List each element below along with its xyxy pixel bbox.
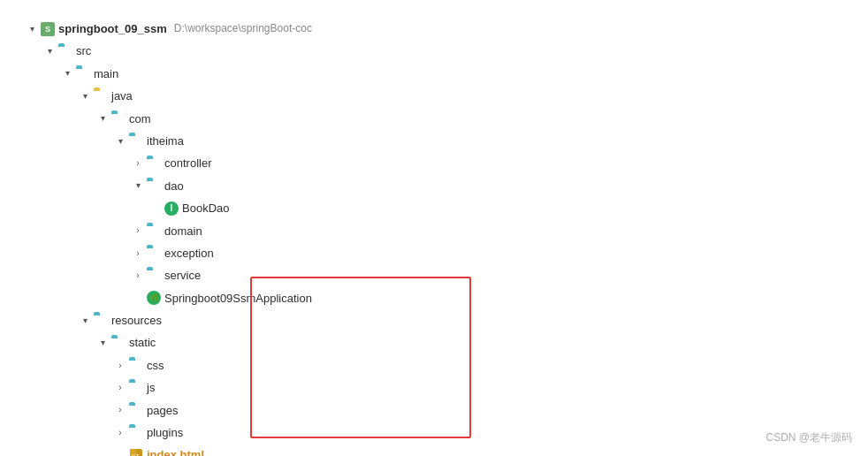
src-folder-icon bbox=[58, 46, 72, 57]
resources-node[interactable]: resources bbox=[80, 309, 841, 331]
root-path: D:\workspace\springBoot-coc bbox=[174, 19, 312, 39]
controller-node[interactable]: controller bbox=[133, 152, 841, 174]
src-arrow bbox=[44, 43, 55, 59]
plugins-node[interactable]: plugins bbox=[115, 422, 841, 444]
controller-arrow bbox=[133, 156, 143, 171]
static-label: static bbox=[129, 332, 156, 353]
springboot-app-icon: 🌿 bbox=[147, 291, 161, 305]
indexhtml-label: index.html bbox=[147, 445, 204, 456]
springboot-app-node[interactable]: 🌿 Springboot09SsmApplication bbox=[133, 287, 841, 309]
com-node[interactable]: com bbox=[97, 108, 841, 130]
exception-label: exception bbox=[164, 243, 214, 263]
main-node[interactable]: main bbox=[62, 63, 841, 85]
service-label: service bbox=[164, 265, 201, 285]
main-folder-icon bbox=[76, 68, 90, 80]
itheima-arrow bbox=[115, 133, 126, 149]
exception-folder-icon bbox=[147, 247, 161, 259]
springboot-app-label: Springboot09SsmApplication bbox=[164, 288, 312, 308]
domain-folder-icon bbox=[147, 225, 161, 237]
js-node[interactable]: js bbox=[115, 376, 841, 399]
resources-arrow bbox=[80, 313, 90, 329]
css-label: css bbox=[147, 355, 164, 376]
bookdao-node[interactable]: I BookDao bbox=[150, 197, 841, 219]
itheima-folder-icon bbox=[129, 135, 143, 147]
static-folder-icon bbox=[111, 338, 126, 349]
pages-folder-icon bbox=[129, 405, 143, 416]
java-label: java bbox=[111, 86, 133, 106]
static-node[interactable]: static bbox=[97, 331, 841, 353]
itheima-node[interactable]: itheima bbox=[115, 130, 841, 152]
pages-label: pages bbox=[147, 400, 178, 421]
bookdao-label: BookDao bbox=[182, 198, 229, 218]
service-folder-icon bbox=[147, 270, 161, 281]
resources-label: resources bbox=[111, 310, 162, 331]
indexhtml-node[interactable]: H T index.html bbox=[115, 444, 841, 456]
bookdao-icon: I bbox=[164, 201, 179, 216]
exception-node[interactable]: exception bbox=[133, 242, 841, 264]
controller-folder-icon bbox=[147, 158, 161, 170]
com-folder-icon bbox=[111, 113, 126, 125]
itheima-label: itheima bbox=[147, 131, 184, 151]
java-folder-icon bbox=[94, 90, 108, 102]
java-node[interactable]: java bbox=[80, 85, 841, 107]
domain-arrow bbox=[133, 223, 143, 239]
static-arrow bbox=[97, 335, 108, 351]
dao-label: dao bbox=[164, 176, 184, 196]
pages-node[interactable]: pages bbox=[115, 399, 841, 422]
exception-arrow bbox=[133, 246, 143, 262]
resources-folder-icon bbox=[94, 315, 108, 326]
js-arrow bbox=[115, 380, 126, 396]
dao-folder-icon bbox=[147, 180, 161, 192]
com-arrow bbox=[97, 110, 108, 126]
css-arrow bbox=[115, 358, 126, 374]
dao-node[interactable]: dao bbox=[133, 175, 841, 197]
root-arrow bbox=[27, 21, 37, 37]
dao-arrow bbox=[133, 178, 143, 194]
service-node[interactable]: service bbox=[133, 264, 841, 286]
js-folder-icon bbox=[129, 382, 143, 393]
main-label: main bbox=[94, 64, 118, 84]
pages-arrow bbox=[115, 402, 126, 418]
main-arrow bbox=[62, 65, 72, 81]
domain-label: domain bbox=[164, 221, 202, 241]
plugins-label: plugins bbox=[147, 422, 183, 443]
controller-label: controller bbox=[164, 153, 211, 173]
css-node[interactable]: css bbox=[115, 354, 841, 376]
js-label: js bbox=[147, 377, 155, 398]
indexhtml-icon: H T bbox=[129, 448, 143, 456]
java-arrow bbox=[80, 88, 90, 104]
watermark: CSDN @老牛源码 bbox=[765, 430, 852, 445]
plugins-folder-icon bbox=[129, 427, 143, 438]
plugins-arrow bbox=[115, 425, 126, 441]
file-tree: S springboot_09_ssm D:\workspace\springB… bbox=[0, 0, 868, 456]
css-folder-icon bbox=[129, 360, 143, 371]
service-arrow bbox=[133, 268, 143, 284]
project-icon: S bbox=[41, 22, 55, 36]
root-label: springboot_09_ssm bbox=[58, 19, 167, 39]
com-label: com bbox=[129, 109, 151, 129]
src-label: src bbox=[76, 41, 91, 61]
domain-node[interactable]: domain bbox=[133, 220, 841, 242]
root-node[interactable]: S springboot_09_ssm D:\workspace\springB… bbox=[27, 18, 841, 40]
src-node[interactable]: src bbox=[44, 40, 841, 62]
